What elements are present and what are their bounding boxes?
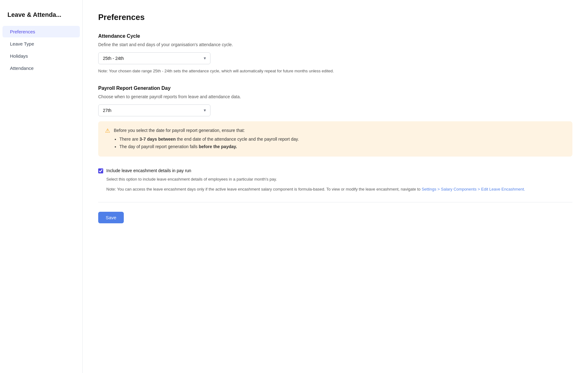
save-button[interactable]: Save: [98, 212, 124, 223]
attendance-cycle-description: Define the start and end days of your or…: [98, 41, 572, 48]
attendance-cycle-note: Note: Your chosen date range 25th - 24th…: [98, 68, 572, 74]
leave-encashment-checkbox[interactable]: [98, 168, 103, 173]
warning-item-1: There are 3-7 days between the end date …: [119, 136, 299, 143]
payroll-report-select-wrapper: 1st 5th 10th 15th 20th 25th 27th 30th ▼: [98, 104, 210, 116]
main-content: Preferences Attendance Cycle Define the …: [83, 0, 588, 373]
divider: [98, 202, 572, 202]
leave-encashment-sub-note: Select this option to include leave enca…: [106, 176, 572, 182]
sidebar-title: Leave & Attenda...: [0, 6, 82, 26]
warning-icon: ⚠: [105, 127, 110, 134]
attendance-cycle-section: Attendance Cycle Define the start and en…: [98, 33, 572, 74]
warning-list: There are 3-7 days between the end date …: [114, 136, 299, 150]
payroll-report-section: Payroll Report Generation Day Choose whe…: [98, 85, 572, 157]
payroll-report-description: Choose when to generate payroll reports …: [98, 94, 572, 100]
warning-intro: Before you select the date for payroll r…: [114, 128, 245, 133]
attendance-cycle-select[interactable]: 25th - 24th 1st - 31st 1st - 30th: [98, 52, 210, 64]
payroll-report-title: Payroll Report Generation Day: [98, 85, 572, 91]
payroll-report-select[interactable]: 1st 5th 10th 15th 20th 25th 27th 30th: [98, 104, 210, 116]
sidebar-navigation: Preferences Leave Type Holidays Attendan…: [0, 26, 82, 74]
leave-encashment-label[interactable]: Include leave encashment details in pay …: [106, 168, 191, 174]
sidebar-item-holidays[interactable]: Holidays: [2, 50, 80, 62]
salary-components-link[interactable]: Settings > Salary Components > Edit Leav…: [422, 187, 525, 191]
sidebar: Leave & Attenda... Preferences Leave Typ…: [0, 0, 83, 373]
leave-encashment-section: Include leave encashment details in pay …: [98, 168, 572, 193]
sidebar-item-leave-type[interactable]: Leave Type: [2, 38, 80, 50]
page-title: Preferences: [98, 12, 572, 22]
attendance-cycle-select-wrapper: 25th - 24th 1st - 31st 1st - 30th ▼: [98, 52, 210, 64]
warning-item-2: The day of payroll report generation fal…: [119, 143, 299, 150]
sidebar-item-preferences[interactable]: Preferences: [2, 26, 80, 37]
payroll-warning-box: ⚠ Before you select the date for payroll…: [98, 121, 572, 157]
sidebar-item-attendance[interactable]: Attendance: [2, 62, 80, 74]
warning-content: Before you select the date for payroll r…: [114, 127, 299, 151]
checkbox-row: Include leave encashment details in pay …: [98, 168, 572, 174]
leave-encashment-note: Note: You can access the leave encashmen…: [106, 186, 572, 193]
attendance-cycle-title: Attendance Cycle: [98, 33, 572, 39]
